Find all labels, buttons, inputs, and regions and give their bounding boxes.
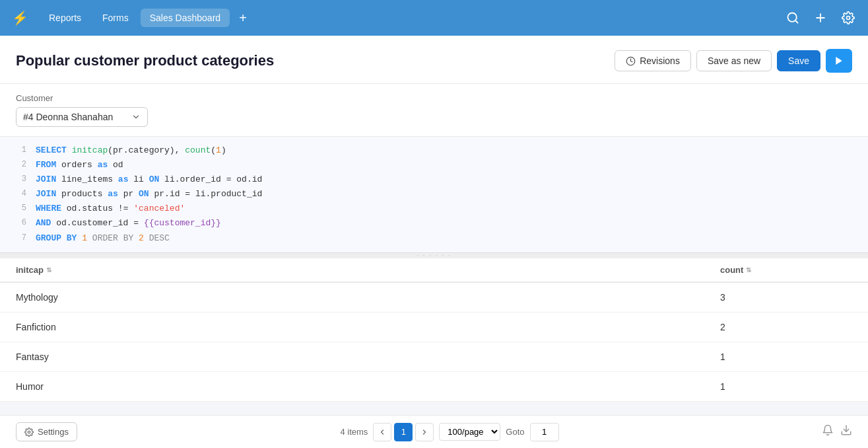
svg-marker-6 [836,57,842,65]
results-container: initcap ⇅ count ⇅ Mythology 3 Fanfiction… [0,258,868,415]
svg-point-7 [28,431,30,433]
sql-line-3: 3 JOIN line_items as li ON li.order_id =… [0,172,868,187]
table-row: Humor 1 [0,372,868,402]
settings-button[interactable]: Settings [16,422,77,441]
app-logo[interactable]: ⚡ [8,6,32,30]
sql-code-3: JOIN line_items as li ON li.order_id = o… [36,172,857,187]
chevron-right-icon [420,428,428,436]
initcap-column-label: initcap [16,265,44,275]
customer-filter-value: #4 Deonna Shanahan [23,112,113,122]
save-label: Save [788,56,809,66]
settings-label: Settings [38,427,69,437]
line-number-6: 6 [11,216,26,231]
run-button[interactable] [826,49,852,73]
next-page-button[interactable] [415,423,434,441]
play-icon [834,56,844,66]
bell-icon [822,424,834,436]
nav-item-forms[interactable]: Forms [93,9,138,27]
line-number-7: 7 [11,231,26,246]
results-table: initcap ⇅ count ⇅ Mythology 3 Fanfiction… [0,258,868,402]
sql-line-1: 1 SELECT initcap(pr.category), count(1) [0,143,868,158]
sql-editor[interactable]: 1 SELECT initcap(pr.category), count(1) … [0,137,868,253]
search-icon-button[interactable] [781,6,805,30]
cell-count-4: 1 [720,372,852,401]
page-number-1[interactable]: 1 [394,423,413,441]
goto-input[interactable] [530,423,559,441]
items-count: 4 items [340,427,368,437]
clock-icon [626,56,636,66]
page-title: Popular customer product categories [16,52,274,69]
search-icon [786,11,799,24]
line-number-5: 5 [11,202,26,216]
sql-code-1: SELECT initcap(pr.category), count(1) [36,143,857,158]
settings-gear-icon [24,428,34,437]
nav-item-sales-dashboard[interactable]: Sales Dashboard [141,9,230,27]
sort-icon-count: ⇅ [746,266,751,274]
chevron-down-icon [131,112,141,122]
column-header-count[interactable]: count ⇅ [720,258,852,281]
revisions-button[interactable]: Revisions [615,50,691,71]
filter-area: Customer #4 Deonna Shanahan [0,84,868,137]
sql-code-2: FROM orders as od [36,158,857,172]
notification-icon[interactable] [822,424,834,439]
customer-filter-label: Customer [16,93,852,103]
resize-handle[interactable]: · · · · · · [0,253,868,258]
download-icon[interactable] [840,424,852,439]
line-number-3: 3 [11,172,26,187]
line-number-2: 2 [11,158,26,172]
svg-line-1 [795,20,798,23]
cell-initcap-1: Mythology [16,283,720,312]
line-number-1: 1 [11,143,26,158]
save-as-new-button[interactable]: Save as new [696,50,772,71]
customer-filter-select[interactable]: #4 Deonna Shanahan [16,107,148,127]
sql-line-4: 4 JOIN products as pr ON pr.id = li.prod… [0,187,868,202]
table-row: Mythology 3 [0,283,868,313]
table-row: Fanfiction 2 [0,313,868,342]
cell-count-1: 3 [720,283,852,312]
per-page-select[interactable]: 10/page 20/page 50/page 100/page 200/pag… [439,423,500,441]
prev-page-button[interactable] [373,423,391,441]
sql-line-7: 7 GROUP BY 1 ORDER BY 2 DESC [0,231,868,246]
page-footer: Settings 4 items 1 10/page 20/page 50/pa… [0,415,868,448]
header-actions: Revisions Save as new Save [615,49,852,73]
download-arrow-icon [840,424,852,436]
sql-line-5: 5 WHERE od.status != 'canceled' [0,202,868,216]
footer-center: 4 items 1 10/page 20/page 50/page 100/pa… [340,423,558,441]
svg-point-4 [847,17,850,20]
sql-line-6: 6 AND od.customer_id = {{customer_id}} [0,216,868,231]
gear-icon [842,11,855,24]
plus-icon [814,11,827,24]
cell-count-3: 1 [720,342,852,371]
sql-code-7: GROUP BY 1 ORDER BY 2 DESC [36,231,857,246]
sql-code-6: AND od.customer_id = {{customer_id}} [36,216,857,231]
footer-left: Settings [16,422,77,441]
sort-icon-initcap: ⇅ [46,266,51,274]
page-header: Popular customer product categories Revi… [0,36,868,84]
sql-line-2: 2 FROM orders as od [0,158,868,172]
save-button[interactable]: Save [777,50,820,71]
add-tab-button[interactable]: + [232,7,253,28]
top-navigation: ⚡ Reports Forms Sales Dashboard + [0,0,868,36]
plus-icon-button[interactable] [809,6,832,30]
footer-right [822,424,852,439]
sql-code-5: WHERE od.status != 'canceled' [36,202,857,216]
main-content: Popular customer product categories Revi… [0,36,868,448]
page-navigation: 1 [373,423,434,441]
cell-initcap-4: Humor [16,372,720,401]
revisions-label: Revisions [640,56,680,66]
count-column-label: count [720,265,743,275]
goto-label: Goto [506,427,524,437]
sql-code-4: JOIN products as pr ON pr.id = li.produc… [36,187,857,202]
cell-initcap-2: Fanfiction [16,313,720,342]
cell-initcap-3: Fantasy [16,342,720,371]
table-header: initcap ⇅ count ⇅ [0,258,868,283]
topnav-right-actions [781,6,860,30]
line-number-4: 4 [11,187,26,202]
chevron-left-icon [378,428,386,436]
column-header-initcap[interactable]: initcap ⇅ [16,258,720,281]
save-as-new-label: Save as new [708,56,760,66]
lightning-icon: ⚡ [12,10,28,26]
table-row: Fantasy 1 [0,342,868,372]
nav-item-reports[interactable]: Reports [40,9,90,27]
settings-icon-button[interactable] [836,6,860,30]
